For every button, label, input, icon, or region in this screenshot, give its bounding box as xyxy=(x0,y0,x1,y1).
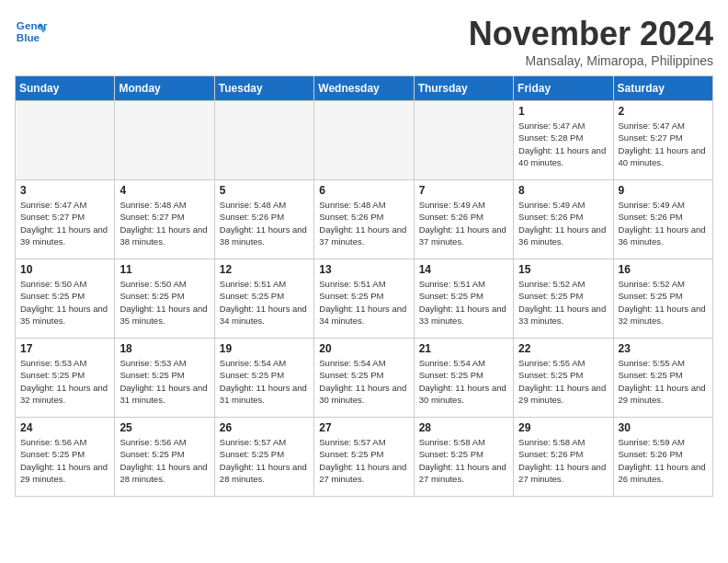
calendar-cell: 18Sunrise: 5:53 AMSunset: 5:25 PMDayligh… xyxy=(115,339,214,418)
calendar-cell: 10Sunrise: 5:50 AMSunset: 5:25 PMDayligh… xyxy=(16,259,115,339)
calendar-cell: 16Sunrise: 5:52 AMSunset: 5:25 PMDayligh… xyxy=(613,259,712,339)
calendar-cell: 20Sunrise: 5:54 AMSunset: 5:25 PMDayligh… xyxy=(314,339,414,418)
day-number: 17 xyxy=(20,342,109,355)
calendar-cell: 13Sunrise: 5:51 AMSunset: 5:25 PMDayligh… xyxy=(314,259,414,339)
day-info: Sunrise: 5:56 AMSunset: 5:25 PMDaylight:… xyxy=(20,436,109,485)
day-info: Sunrise: 5:47 AMSunset: 5:28 PMDaylight:… xyxy=(518,120,608,168)
day-info: Sunrise: 5:50 AMSunset: 5:25 PMDaylight:… xyxy=(119,278,209,327)
location: Mansalay, Mimaropa, Philippines xyxy=(469,53,713,68)
day-info: Sunrise: 5:52 AMSunset: 5:25 PMDaylight:… xyxy=(619,278,708,327)
day-number: 6 xyxy=(319,184,408,197)
calendar-cell: 1Sunrise: 5:47 AMSunset: 5:28 PMDaylight… xyxy=(514,101,613,180)
day-info: Sunrise: 5:58 AMSunset: 5:26 PMDaylight:… xyxy=(518,436,608,485)
day-info: Sunrise: 5:49 AMSunset: 5:26 PMDaylight:… xyxy=(619,199,708,247)
col-header-friday: Friday xyxy=(514,76,613,101)
col-header-sunday: Sunday xyxy=(16,76,115,101)
day-info: Sunrise: 5:51 AMSunset: 5:25 PMDaylight:… xyxy=(220,278,309,327)
day-number: 13 xyxy=(319,263,408,276)
calendar-header-row: SundayMondayTuesdayWednesdayThursdayFrid… xyxy=(16,76,713,101)
calendar-cell: 3Sunrise: 5:47 AMSunset: 5:27 PMDaylight… xyxy=(16,180,115,259)
svg-text:Blue: Blue xyxy=(17,31,40,43)
day-number: 4 xyxy=(119,184,209,197)
logo-icon: General Blue xyxy=(15,15,48,48)
day-number: 10 xyxy=(20,263,109,276)
calendar-cell: 2Sunrise: 5:47 AMSunset: 5:27 PMDaylight… xyxy=(613,101,712,180)
col-header-tuesday: Tuesday xyxy=(214,76,313,101)
calendar-cell: 19Sunrise: 5:54 AMSunset: 5:25 PMDayligh… xyxy=(214,339,313,418)
day-number: 2 xyxy=(619,105,708,118)
calendar-week-row: 17Sunrise: 5:53 AMSunset: 5:25 PMDayligh… xyxy=(16,339,713,418)
calendar-week-row: 10Sunrise: 5:50 AMSunset: 5:25 PMDayligh… xyxy=(16,259,713,339)
day-info: Sunrise: 5:47 AMSunset: 5:27 PMDaylight:… xyxy=(619,120,708,168)
day-number: 11 xyxy=(119,263,209,276)
col-header-wednesday: Wednesday xyxy=(314,76,414,101)
month-title: November 2024 xyxy=(469,15,713,53)
day-info: Sunrise: 5:54 AMSunset: 5:25 PMDaylight:… xyxy=(419,357,508,406)
day-info: Sunrise: 5:55 AMSunset: 5:25 PMDaylight:… xyxy=(619,357,708,406)
calendar-table: SundayMondayTuesdayWednesdayThursdayFrid… xyxy=(15,75,713,497)
day-number: 20 xyxy=(319,342,408,355)
day-info: Sunrise: 5:52 AMSunset: 5:25 PMDaylight:… xyxy=(518,278,608,327)
day-number: 27 xyxy=(319,421,408,434)
day-info: Sunrise: 5:53 AMSunset: 5:25 PMDaylight:… xyxy=(119,357,209,406)
day-info: Sunrise: 5:48 AMSunset: 5:26 PMDaylight:… xyxy=(220,199,309,247)
day-number: 8 xyxy=(518,184,608,197)
day-info: Sunrise: 5:57 AMSunset: 5:25 PMDaylight:… xyxy=(319,436,408,485)
calendar-cell xyxy=(214,101,313,180)
calendar-week-row: 3Sunrise: 5:47 AMSunset: 5:27 PMDaylight… xyxy=(16,180,713,259)
calendar-cell: 21Sunrise: 5:54 AMSunset: 5:25 PMDayligh… xyxy=(414,339,513,418)
day-number: 19 xyxy=(220,342,309,355)
calendar-cell: 28Sunrise: 5:58 AMSunset: 5:25 PMDayligh… xyxy=(414,418,513,497)
day-info: Sunrise: 5:49 AMSunset: 5:26 PMDaylight:… xyxy=(419,199,508,247)
calendar-cell: 17Sunrise: 5:53 AMSunset: 5:25 PMDayligh… xyxy=(16,339,115,418)
calendar-cell: 23Sunrise: 5:55 AMSunset: 5:25 PMDayligh… xyxy=(613,339,712,418)
col-header-monday: Monday xyxy=(115,76,214,101)
calendar-cell xyxy=(414,101,513,180)
calendar-cell: 14Sunrise: 5:51 AMSunset: 5:25 PMDayligh… xyxy=(414,259,513,339)
day-number: 26 xyxy=(220,421,309,434)
day-number: 25 xyxy=(119,421,209,434)
day-number: 23 xyxy=(619,342,708,355)
day-number: 30 xyxy=(619,421,708,434)
day-number: 18 xyxy=(119,342,209,355)
calendar-cell: 5Sunrise: 5:48 AMSunset: 5:26 PMDaylight… xyxy=(214,180,313,259)
day-info: Sunrise: 5:47 AMSunset: 5:27 PMDaylight:… xyxy=(20,199,109,247)
calendar-cell: 7Sunrise: 5:49 AMSunset: 5:26 PMDaylight… xyxy=(414,180,513,259)
day-info: Sunrise: 5:49 AMSunset: 5:26 PMDaylight:… xyxy=(518,199,608,247)
calendar-week-row: 24Sunrise: 5:56 AMSunset: 5:25 PMDayligh… xyxy=(16,418,713,497)
day-info: Sunrise: 5:59 AMSunset: 5:26 PMDaylight:… xyxy=(619,436,708,485)
day-number: 24 xyxy=(20,421,109,434)
day-number: 5 xyxy=(220,184,309,197)
day-number: 22 xyxy=(518,342,608,355)
calendar-cell: 9Sunrise: 5:49 AMSunset: 5:26 PMDaylight… xyxy=(613,180,712,259)
calendar-cell xyxy=(16,101,115,180)
day-info: Sunrise: 5:58 AMSunset: 5:25 PMDaylight:… xyxy=(419,436,508,485)
calendar-week-row: 1Sunrise: 5:47 AMSunset: 5:28 PMDaylight… xyxy=(16,101,713,180)
calendar-cell xyxy=(115,101,214,180)
calendar-cell: 30Sunrise: 5:59 AMSunset: 5:26 PMDayligh… xyxy=(613,418,712,497)
col-header-saturday: Saturday xyxy=(613,76,712,101)
day-info: Sunrise: 5:51 AMSunset: 5:25 PMDaylight:… xyxy=(319,278,408,327)
calendar-cell: 29Sunrise: 5:58 AMSunset: 5:26 PMDayligh… xyxy=(514,418,613,497)
day-number: 1 xyxy=(518,105,608,118)
day-number: 29 xyxy=(518,421,608,434)
day-number: 12 xyxy=(220,263,309,276)
day-number: 3 xyxy=(20,184,109,197)
calendar-cell: 8Sunrise: 5:49 AMSunset: 5:26 PMDaylight… xyxy=(514,180,613,259)
calendar-cell: 25Sunrise: 5:56 AMSunset: 5:25 PMDayligh… xyxy=(115,418,214,497)
day-info: Sunrise: 5:56 AMSunset: 5:25 PMDaylight:… xyxy=(119,436,209,485)
day-number: 21 xyxy=(419,342,508,355)
calendar-cell xyxy=(314,101,414,180)
calendar-cell: 11Sunrise: 5:50 AMSunset: 5:25 PMDayligh… xyxy=(115,259,214,339)
day-info: Sunrise: 5:48 AMSunset: 5:27 PMDaylight:… xyxy=(119,199,209,247)
calendar-cell: 6Sunrise: 5:48 AMSunset: 5:26 PMDaylight… xyxy=(314,180,414,259)
calendar-cell: 12Sunrise: 5:51 AMSunset: 5:25 PMDayligh… xyxy=(214,259,313,339)
calendar-cell: 22Sunrise: 5:55 AMSunset: 5:25 PMDayligh… xyxy=(514,339,613,418)
day-number: 15 xyxy=(518,263,608,276)
calendar-cell: 4Sunrise: 5:48 AMSunset: 5:27 PMDaylight… xyxy=(115,180,214,259)
day-info: Sunrise: 5:51 AMSunset: 5:25 PMDaylight:… xyxy=(419,278,508,327)
logo: General Blue xyxy=(15,15,48,48)
day-info: Sunrise: 5:53 AMSunset: 5:25 PMDaylight:… xyxy=(20,357,109,406)
title-block: November 2024 Mansalay, Mimaropa, Philip… xyxy=(469,15,713,68)
day-number: 28 xyxy=(419,421,508,434)
